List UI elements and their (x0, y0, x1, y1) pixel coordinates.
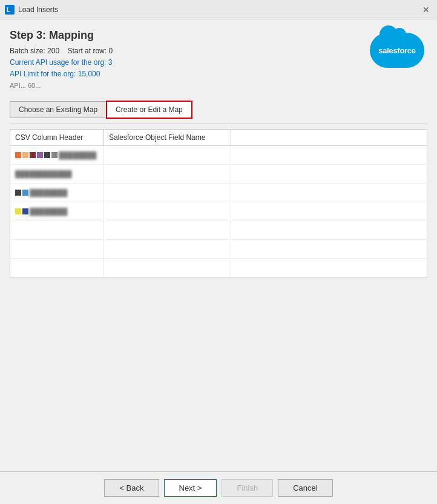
tab-create-edit-map[interactable]: Create or Edit a Map (106, 101, 192, 119)
table-row (10, 259, 427, 277)
api-limit: API Limit for the org: 15,000 (10, 68, 367, 80)
color-swatch (51, 152, 58, 158)
window-title: Load Inserts (18, 5, 58, 14)
step-title: Step 3: Mapping (10, 29, 367, 42)
color-swatch (37, 152, 43, 158)
cell-extra-2 (231, 165, 427, 183)
cell-extra-4 (231, 202, 427, 220)
cell-sf-7[interactable] (104, 259, 231, 277)
cell-csv-6 (10, 240, 104, 258)
header-sf: Salesforce Object Field Name (104, 130, 231, 145)
mapping-table: CSV Column Header Salesforce Object Fiel… (10, 129, 427, 277)
tab-existing-map[interactable]: Choose an Existing Map (10, 101, 106, 118)
salesforce-cloud: salesforce (370, 33, 424, 68)
cell-csv-5 (10, 221, 104, 239)
csv-value: ████████ (30, 208, 67, 215)
tabs-section: Choose an Existing Map Create or Edit a … (10, 96, 427, 119)
cell-csv-1: ████████ (10, 146, 104, 164)
cell-sf-2[interactable] (104, 165, 231, 183)
main-content: Step 3: Mapping Batch size: 200 Start at… (0, 19, 437, 504)
table-row (10, 221, 427, 240)
close-button[interactable]: ✕ (420, 4, 432, 16)
cell-content-4: ████████ (15, 208, 67, 215)
csv-value: ████████ (59, 151, 96, 159)
table-row: ████████████ (10, 165, 427, 184)
color-swatch (22, 190, 28, 196)
header-extra (231, 130, 427, 145)
cell-csv-7 (10, 259, 104, 277)
api-usage: Current API usage for the org: 3 (10, 57, 367, 68)
csv-value: ████████ (30, 189, 67, 196)
table-row: ████████ (10, 184, 427, 202)
table-row: ████████ (10, 146, 427, 165)
cell-extra-3 (231, 184, 427, 202)
color-swatch (44, 152, 50, 158)
next-button[interactable]: Next > (164, 479, 217, 497)
title-bar-left: L Load Inserts (5, 5, 58, 15)
svg-text:L: L (7, 7, 10, 13)
table-header: CSV Column Header Salesforce Object Fiel… (10, 130, 427, 146)
cell-content-1: ████████ (15, 151, 96, 159)
color-swatch (30, 152, 36, 158)
step-info: Step 3: Mapping Batch size: 200 Start at… (10, 29, 367, 91)
color-swatch (15, 152, 21, 158)
color-swatch (15, 190, 21, 196)
cell-sf-1[interactable] (104, 146, 231, 164)
cell-sf-3[interactable] (104, 184, 231, 202)
cancel-button[interactable]: Cancel (278, 479, 332, 497)
app-icon: L (5, 5, 15, 15)
api-extra: API... 60... (10, 81, 367, 91)
title-bar: L Load Inserts ✕ (0, 0, 437, 19)
header-csv: CSV Column Header (10, 130, 104, 145)
cell-extra-6 (231, 240, 427, 258)
color-swatch (22, 208, 28, 214)
cell-extra-1 (231, 146, 427, 164)
batch-info: Batch size: 200 Start at row: 0 (10, 45, 367, 57)
footer: < Back Next > Finish Cancel (0, 471, 437, 504)
back-button[interactable]: < Back (104, 479, 159, 497)
cell-sf-4[interactable] (104, 202, 231, 220)
cell-extra-5 (231, 221, 427, 239)
divider (10, 124, 427, 124)
tabs-container: Choose an Existing Map Create or Edit a … (10, 101, 427, 119)
main-window: L Load Inserts ✕ Step 3: Mapping Batch s… (0, 0, 437, 504)
table-row (10, 240, 427, 259)
cell-csv-4: ████████ (10, 202, 104, 220)
cell-content-3: ████████ (15, 189, 67, 196)
cell-sf-5[interactable] (104, 221, 231, 239)
cell-csv-2: ████████████ (10, 165, 104, 183)
csv-value: ████████████ (15, 170, 72, 177)
cell-sf-6[interactable] (104, 240, 231, 258)
color-swatch (15, 208, 21, 214)
table-row: ████████ (10, 202, 427, 221)
salesforce-logo: salesforce (367, 29, 427, 71)
header-section: Step 3: Mapping Batch size: 200 Start at… (10, 29, 427, 91)
finish-button: Finish (222, 479, 273, 497)
salesforce-text: salesforce (378, 46, 415, 55)
cell-extra-7 (231, 259, 427, 277)
color-swatch (22, 152, 28, 158)
cell-csv-3: ████████ (10, 184, 104, 202)
